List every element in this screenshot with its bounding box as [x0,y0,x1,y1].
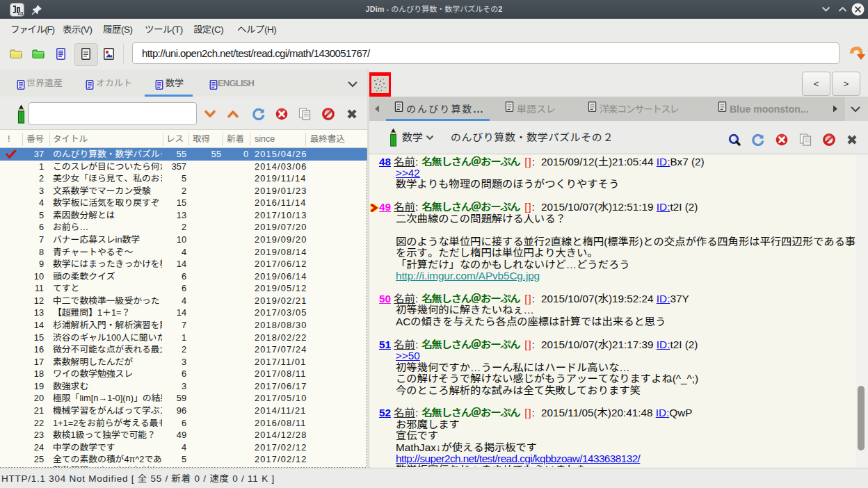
svg-text:im: im [19,12,22,15]
